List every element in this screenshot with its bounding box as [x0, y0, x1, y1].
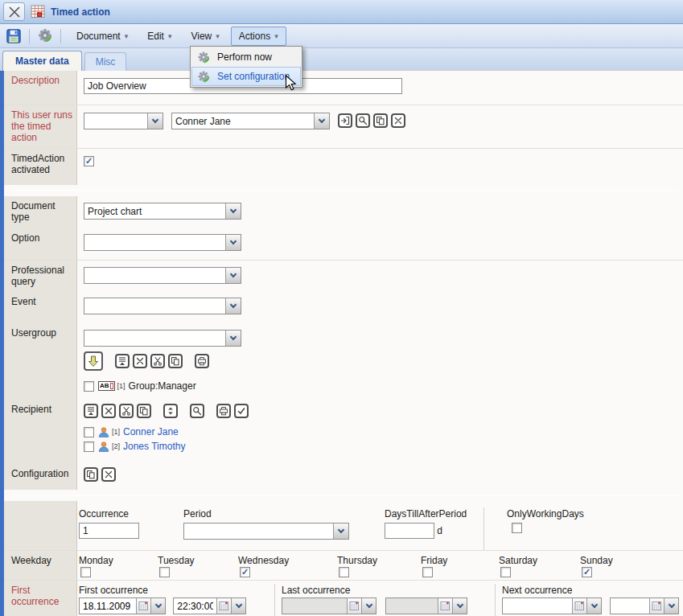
tab-master-data[interactable]: Master data — [2, 51, 82, 71]
professional-query-select[interactable] — [84, 267, 241, 284]
dropdown-button[interactable] — [225, 331, 241, 346]
day-checkbox-wednesday[interactable]: ✓ — [240, 567, 250, 577]
day-checkbox-tuesday[interactable] — [159, 567, 170, 577]
weekday-label: Weekday — [4, 551, 77, 580]
occurrence-row-label — [4, 501, 77, 550]
recipient-checkbox[interactable] — [84, 441, 94, 452]
dropdown-button[interactable] — [231, 598, 245, 614]
only-working-days-checkbox[interactable] — [512, 523, 522, 533]
next-occurrence-date-input[interactable] — [503, 598, 572, 614]
only-working-days-label: OnlyWorkingDays — [507, 508, 683, 519]
cut-button[interactable] — [119, 404, 134, 418]
option-select[interactable] — [84, 234, 241, 251]
dropdown-button[interactable] — [225, 235, 241, 250]
calendar-picker-icon[interactable] — [649, 598, 664, 614]
day-checkbox-sunday[interactable]: ✓ — [582, 567, 592, 577]
next-occurrence-time-input[interactable] — [611, 598, 649, 614]
cut-button[interactable] — [150, 354, 165, 368]
print-button[interactable] — [195, 354, 209, 368]
copy-button[interactable] — [168, 354, 183, 368]
print-button[interactable] — [216, 404, 231, 418]
period-select[interactable] — [183, 523, 349, 540]
first-occurrence-time[interactable] — [173, 598, 246, 614]
day-checkbox-thursday[interactable] — [339, 567, 349, 577]
day-checkbox-saturday[interactable] — [500, 567, 511, 577]
professional-query-row: Professional query — [4, 261, 683, 292]
option-label: Option — [4, 228, 77, 260]
dropdown-button[interactable] — [225, 203, 241, 219]
day-label: Saturday — [499, 555, 580, 566]
last-occurrence-time — [385, 598, 467, 614]
recipient-name-link[interactable]: Conner Jane — [123, 426, 179, 437]
calendar-picker-icon[interactable] — [136, 598, 150, 614]
perform-button[interactable] — [35, 27, 55, 46]
goto-button[interactable] — [338, 113, 352, 128]
recipient-name-link[interactable]: Jones Timothy — [123, 441, 185, 452]
menu-document[interactable]: Document ▾ — [68, 27, 136, 46]
user-type-select[interactable] — [84, 113, 163, 129]
close-button[interactable] — [3, 2, 25, 21]
recipient-entry: [2] Jones Timothy — [84, 441, 683, 452]
usergroup-select[interactable] — [84, 330, 241, 347]
search-button[interactable] — [190, 404, 204, 418]
dropdown-button[interactable] — [225, 268, 241, 283]
sort-button[interactable] — [163, 404, 178, 418]
save-button[interactable] — [4, 27, 23, 46]
search-button[interactable] — [356, 113, 370, 128]
clear-button[interactable] — [101, 467, 116, 482]
dropdown-button — [452, 598, 467, 614]
confirm-button[interactable] — [234, 404, 249, 418]
event-select[interactable] — [84, 298, 241, 314]
dropdown-button[interactable] — [333, 524, 348, 539]
configuration-label: Configuration — [4, 464, 77, 490]
calendar-picker-icon[interactable] — [572, 598, 586, 614]
chevron-down-icon — [230, 207, 237, 213]
day-checkbox-monday[interactable] — [80, 567, 91, 577]
occurrence-cell: Occurrence — [77, 507, 182, 550]
menu-view[interactable]: View ▾ — [183, 27, 227, 46]
document-type-select[interactable]: Project chart — [84, 203, 241, 220]
clear-button[interactable] — [391, 113, 405, 128]
description-row: Description — [4, 71, 683, 105]
dropdown-button[interactable] — [664, 598, 678, 614]
chevron-down-icon — [152, 117, 158, 123]
move-top-button[interactable] — [84, 404, 98, 418]
usergroup-entry: AB [1] Group:Manager — [84, 380, 683, 392]
recipient-checkbox[interactable] — [84, 427, 94, 437]
calendar-picker-icon[interactable] — [216, 598, 231, 614]
menu-actions[interactable]: Actions ▾ — [231, 27, 286, 46]
dropdown-button[interactable] — [225, 298, 241, 314]
next-occurrence-time[interactable] — [610, 598, 679, 614]
copy-button[interactable] — [373, 113, 388, 128]
occurrence-input[interactable] — [79, 523, 139, 539]
window-title: Timed action — [51, 6, 110, 18]
usergroup-entry-checkbox[interactable] — [84, 381, 94, 392]
delete-button[interactable] — [101, 404, 116, 418]
tab-misc[interactable]: Misc — [84, 52, 127, 71]
delete-button[interactable] — [133, 354, 147, 368]
copy-button[interactable] — [137, 404, 151, 418]
first-occurrence-time-input[interactable] — [174, 598, 216, 614]
copy-button[interactable] — [84, 467, 98, 482]
dropdown-button[interactable] — [150, 598, 165, 614]
day-label: Sunday — [580, 555, 683, 566]
days-till-input[interactable] — [385, 523, 434, 539]
first-occurrence-date-input[interactable] — [80, 598, 136, 614]
first-occurrence-date[interactable] — [79, 598, 166, 614]
run-user-select[interactable]: Conner Jane — [171, 113, 330, 129]
menu-item-perform-now[interactable]: Perform now — [191, 47, 301, 67]
recipient-entry: [1] Conner Jane — [84, 426, 683, 437]
next-occurrence-date[interactable] — [502, 598, 602, 614]
dropdown-button[interactable] — [147, 113, 163, 129]
add-to-list-button[interactable] — [84, 351, 103, 371]
activated-checkbox[interactable]: ✓ — [84, 156, 94, 166]
dropdown-button[interactable] — [586, 598, 601, 614]
day-checkbox-friday[interactable] — [422, 567, 433, 577]
last-occurrence-date-input — [282, 598, 347, 614]
move-top-button[interactable] — [115, 354, 130, 368]
menu-document-label: Document — [76, 31, 121, 42]
first-occurrence-row-label: First occurrence — [4, 581, 77, 616]
event-label: Event — [4, 292, 77, 323]
dropdown-button[interactable] — [314, 113, 329, 129]
menu-edit[interactable]: Edit ▾ — [139, 27, 179, 46]
